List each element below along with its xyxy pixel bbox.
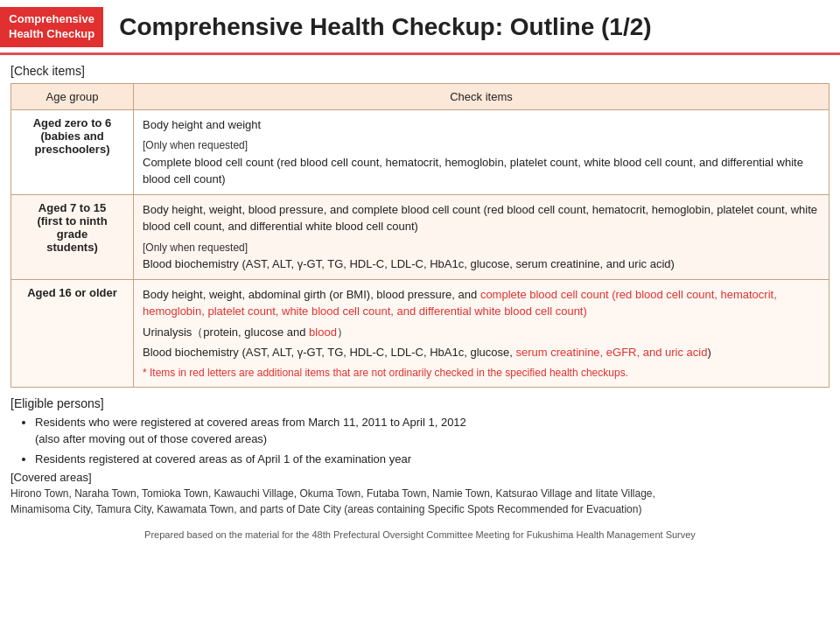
age-label-1: Aged 7 to 15(first to ninth gradestudent…: [37, 201, 107, 254]
age-label-0: Aged zero to 6(babies andpreschoolers): [33, 116, 112, 156]
list-item: Residents registered at covered areas as…: [35, 451, 830, 468]
table-row: Aged zero to 6(babies andpreschoolers) B…: [11, 109, 830, 194]
badge-line2: Health Checkup: [9, 27, 94, 40]
covered-label: [Covered areas]: [10, 471, 830, 484]
items-cell-2: Body height, weight, abdominal girth (or…: [134, 279, 830, 387]
age-cell-0: Aged zero to 6(babies andpreschoolers): [11, 109, 134, 194]
items-main-0: Body height and weight: [143, 116, 820, 134]
check-items-table: Age group Check items Aged zero to 6(bab…: [10, 83, 830, 388]
badge-line1: Comprehensive: [9, 12, 94, 25]
eligible-list: Residents who were registered at covered…: [10, 414, 830, 468]
covered-text: Hirono Town, Naraha Town, Tomioka Town, …: [10, 486, 830, 517]
list-item: Residents who were registered at covered…: [35, 414, 830, 448]
items-requested-label-0: [Only when requested] Complete blood cel…: [143, 136, 820, 188]
table-row: Aged 7 to 15(first to ninth gradestudent…: [11, 194, 830, 279]
items-cell-1: Body height, weight, blood pressure, and…: [134, 194, 830, 279]
col-header-items: Check items: [134, 83, 830, 109]
eligible-section: [Eligible persons] Residents who were re…: [10, 396, 830, 518]
eligible-label: [Eligible persons]: [10, 396, 830, 410]
items-requested-1: [Only when requested] Blood biochemistry…: [143, 239, 820, 273]
age-cell-2: Aged 16 or older: [11, 279, 134, 387]
table-header-row: Age group Check items: [11, 83, 830, 109]
age-label-2: Aged 16 or older: [27, 286, 117, 299]
page-title: Comprehensive Health Checkup: Outline (1…: [119, 13, 651, 41]
age-cell-1: Aged 7 to 15(first to ninth gradestudent…: [11, 194, 134, 279]
table-row: Aged 16 or older Body height, weight, ab…: [11, 279, 830, 387]
check-items-label: [Check items]: [10, 64, 830, 78]
col-header-age: Age group: [11, 83, 134, 109]
items-main-1: Body height, weight, blood pressure, and…: [143, 201, 820, 235]
footer: Prepared based on the material for the 4…: [0, 529, 840, 547]
items-line3: Blood biochemistry (AST, ALT, γ-GT, TG, …: [143, 344, 820, 361]
items-cell-0: Body height and weight [Only when reques…: [134, 109, 830, 194]
items-line1: Body height, weight, abdominal girth (or…: [143, 286, 820, 320]
items-note: * Items in red letters are additional it…: [143, 365, 820, 381]
header-badge: Comprehensive Health Checkup: [0, 7, 103, 47]
page-header: Comprehensive Health Checkup Comprehensi…: [0, 0, 840, 55]
items-line2: Urinalysis（protein, glucose and blood）: [143, 324, 820, 341]
